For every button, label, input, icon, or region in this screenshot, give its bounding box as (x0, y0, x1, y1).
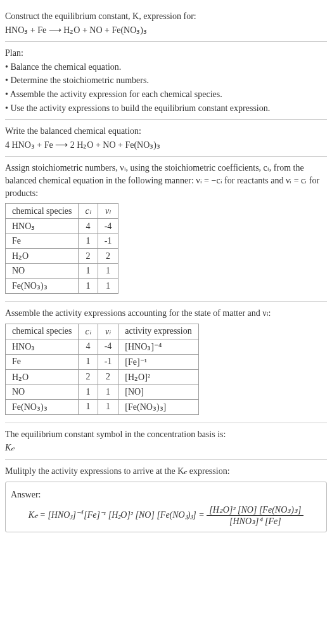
cell-vi: 2 (98, 249, 118, 264)
plan-section: Plan: • Balance the chemical equation. •… (5, 42, 327, 120)
cell-species: Fe(NO₃)₃ (6, 399, 79, 414)
balanced-section: Write the balanced chemical equation: 4 … (5, 120, 327, 157)
col-species: chemical species (6, 204, 79, 219)
plan-bullet: • Assemble the activity expression for e… (5, 88, 327, 101)
cell-species: NO (6, 384, 79, 399)
cell-vi: 2 (98, 369, 118, 384)
activity-table: chemical species cᵢ νᵢ activity expressi… (5, 324, 199, 415)
plan-heading: Plan: (5, 47, 327, 60)
cell-species: NO (6, 264, 79, 279)
symbol-section: The equilibrium constant symbol in the c… (5, 423, 327, 460)
col-activity: activity expression (118, 324, 198, 339)
prompt-equation: HNO₃ + Fe ⟶ H₂O + NO + Fe(NO₃)₃ (5, 24, 327, 37)
col-species: chemical species (6, 324, 79, 339)
cell-ci: 1 (79, 234, 98, 249)
balanced-heading: Write the balanced chemical equation: (5, 125, 327, 138)
table-row: NO 1 1 (6, 264, 118, 279)
cell-vi: -4 (98, 339, 118, 354)
col-vi: νᵢ (98, 324, 118, 339)
cell-ci: 4 (79, 219, 98, 234)
cell-species: Fe(NO₃)₃ (6, 279, 79, 294)
table-row: NO 1 1 [NO] (6, 384, 199, 399)
plan-bullet: • Balance the chemical equation. (5, 61, 327, 74)
stoich-intro: Assign stoichiometric numbers, νᵢ, using… (5, 162, 327, 199)
cell-vi: 1 (98, 264, 118, 279)
table-row: Fe 1 -1 [Fe]⁻¹ (6, 354, 199, 369)
cell-activity: [HNO₃]⁻⁴ (118, 339, 198, 354)
plan-bullet: • Determine the stoichiometric numbers. (5, 74, 327, 87)
cell-species: H₂O (6, 369, 79, 384)
cell-ci: 2 (79, 369, 98, 384)
final-section: Mulitply the activity expressions to arr… (5, 460, 327, 536)
cell-species: Fe (6, 354, 79, 369)
col-vi: νᵢ (98, 204, 118, 219)
kc-symbol: K𝒸 (5, 442, 327, 454)
cell-ci: 1 (79, 399, 98, 414)
answer-label: Answer: (11, 489, 321, 501)
cell-ci: 1 (79, 279, 98, 294)
stoich-section: Assign stoichiometric numbers, νᵢ, using… (5, 157, 327, 302)
cell-vi: 1 (98, 279, 118, 294)
cell-vi: 1 (98, 384, 118, 399)
activity-section: Assemble the activity expressions accoun… (5, 302, 327, 423)
symbol-line: The equilibrium constant symbol in the c… (5, 428, 327, 441)
table-row: HNO₃ 4 -4 [HNO₃]⁻⁴ (6, 339, 199, 354)
table-header-row: chemical species cᵢ νᵢ activity expressi… (6, 324, 199, 339)
cell-vi: -4 (98, 219, 118, 234)
cell-species: HNO₃ (6, 219, 79, 234)
final-intro: Mulitply the activity expressions to arr… (5, 465, 327, 478)
cell-ci: 1 (79, 384, 98, 399)
kc-denominator: [HNO₃]⁴ [Fe] (207, 516, 303, 527)
answer-box: Answer: K𝒸 = [HNO₃]⁻⁴ [Fe]⁻¹ [H₂O]² [NO]… (5, 482, 327, 533)
prompt-line1: Construct the equilibrium constant, K, e… (5, 10, 327, 23)
kc-numerator: [H₂O]² [NO] [Fe(NO₃)₃] (207, 504, 303, 516)
col-ci: cᵢ (79, 204, 98, 219)
cell-species: H₂O (6, 249, 79, 264)
table-row: Fe 1 -1 (6, 234, 118, 249)
table-row: Fe(NO₃)₃ 1 1 [Fe(NO₃)₃] (6, 399, 199, 414)
table-header-row: chemical species cᵢ νᵢ (6, 204, 118, 219)
activity-intro: Assemble the activity expressions accoun… (5, 307, 327, 320)
table-row: H₂O 2 2 (6, 249, 118, 264)
kc-fraction: [H₂O]² [NO] [Fe(NO₃)₃] [HNO₃]⁴ [Fe] (207, 504, 303, 527)
cell-activity: [NO] (118, 384, 198, 399)
cell-activity: [Fe]⁻¹ (118, 354, 198, 369)
col-ci: cᵢ (79, 324, 98, 339)
cell-species: Fe (6, 234, 79, 249)
table-row: H₂O 2 2 [H₂O]² (6, 369, 199, 384)
cell-ci: 1 (79, 354, 98, 369)
cell-ci: 4 (79, 339, 98, 354)
plan-bullet: • Use the activity expressions to build … (5, 102, 327, 115)
cell-activity: [H₂O]² (118, 369, 198, 384)
kc-expression: K𝒸 = [HNO₃]⁻⁴ [Fe]⁻¹ [H₂O]² [NO] [Fe(NO₃… (11, 504, 321, 527)
cell-activity: [Fe(NO₃)₃] (118, 399, 198, 414)
balanced-equation: 4 HNO₃ + Fe ⟶ 2 H₂O + NO + Fe(NO₃)₃ (5, 139, 327, 152)
prompt-section: Construct the equilibrium constant, K, e… (5, 5, 327, 42)
kc-lhs: K𝒸 = [HNO₃]⁻⁴ [Fe]⁻¹ [H₂O]² [NO] [Fe(NO₃… (29, 510, 207, 520)
table-row: HNO₃ 4 -4 (6, 219, 118, 234)
cell-vi: -1 (98, 234, 118, 249)
cell-ci: 1 (79, 264, 98, 279)
cell-vi: 1 (98, 399, 118, 414)
prompt-text: Construct the equilibrium constant, K, e… (5, 11, 196, 21)
cell-vi: -1 (98, 354, 118, 369)
cell-species: HNO₃ (6, 339, 79, 354)
stoich-table: chemical species cᵢ νᵢ HNO₃ 4 -4 Fe 1 -1… (5, 203, 118, 294)
table-row: Fe(NO₃)₃ 1 1 (6, 279, 118, 294)
cell-ci: 2 (79, 249, 98, 264)
